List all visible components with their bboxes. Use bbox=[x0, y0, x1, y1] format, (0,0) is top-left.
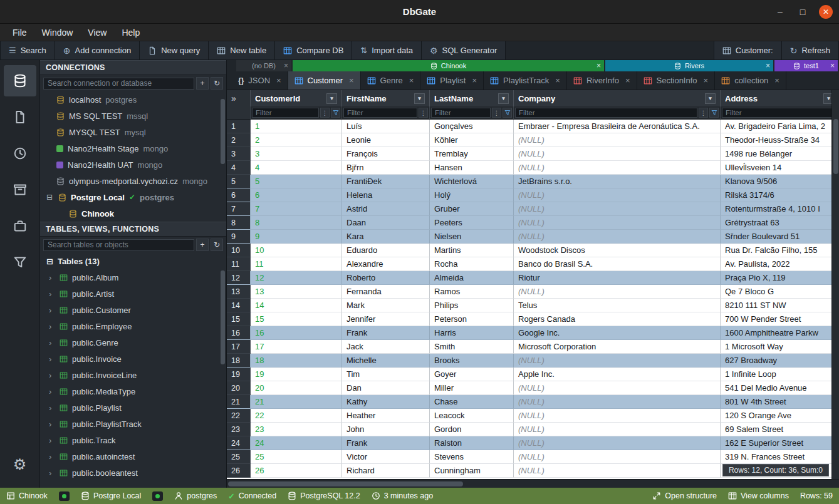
grid-cell[interactable]: Klanova 9/506 bbox=[721, 175, 839, 188]
connection-item-nano2health-uat[interactable]: Nano2Health UATmongo bbox=[40, 157, 226, 173]
column-dropdown-button[interactable]: ▾ bbox=[414, 93, 425, 104]
row-number-cell[interactable]: 24 bbox=[227, 436, 251, 450]
grid-cell[interactable]: Heather bbox=[342, 409, 430, 423]
chevron-right-icon[interactable]: › bbox=[49, 306, 55, 315]
grid-cell[interactable]: Av. Brigadeiro Faria Lima, 2 bbox=[721, 120, 839, 133]
table-item-public-album[interactable]: ›public.Album bbox=[40, 269, 226, 285]
tab-sectioninfo[interactable]: SectionInfo× bbox=[637, 71, 716, 90]
row-number-cell[interactable]: 8 bbox=[227, 216, 251, 230]
table-item-public-playlist[interactable]: ›public.Playlist bbox=[40, 399, 226, 416]
connection-item-postgre-local[interactable]: ⊟Postgre Local✓postgres bbox=[40, 189, 226, 205]
grid-cell[interactable]: 23 bbox=[251, 423, 342, 436]
grid-horizontal-scrollbar[interactable] bbox=[227, 479, 839, 488]
row-number-cell[interactable]: 16 bbox=[227, 326, 251, 340]
grid-cell[interactable]: Theodor-Heuss-Straße 34 bbox=[721, 133, 839, 147]
row-number-cell[interactable]: 15 bbox=[227, 312, 251, 326]
grid-cell[interactable]: 801 W 4th Street bbox=[721, 395, 839, 409]
grid-cell[interactable]: Mark bbox=[342, 299, 430, 312]
filter-menu-button[interactable]: ⋮ bbox=[492, 108, 501, 118]
grid-cell[interactable]: Frank bbox=[342, 436, 430, 450]
grid-cell[interactable]: 19 bbox=[251, 368, 342, 381]
toolbar-button-import-data[interactable]: ⇅Import data bbox=[352, 41, 422, 59]
row-number-cell[interactable]: 17 bbox=[227, 340, 251, 354]
filter-input-lastname[interactable] bbox=[431, 108, 491, 118]
status-open-structure[interactable]: Open structure bbox=[652, 491, 717, 500]
close-icon[interactable]: × bbox=[284, 61, 288, 70]
grid-cell[interactable]: 1 bbox=[251, 120, 342, 133]
database-item-chinook[interactable]: Chinook bbox=[40, 205, 226, 222]
grid-cell[interactable]: Richard bbox=[342, 464, 430, 478]
filter-input-firstname[interactable] bbox=[343, 108, 417, 118]
table-item-public-invoiceline[interactable]: ›public.InvoiceLine bbox=[40, 367, 226, 383]
grid-cell[interactable]: Alexandre bbox=[342, 257, 430, 271]
tab-playlist[interactable]: Playlist× bbox=[420, 71, 484, 90]
grid-cell[interactable]: 9 bbox=[251, 230, 342, 244]
grid-cell[interactable]: Frank bbox=[342, 326, 430, 340]
database-tab-group-chinook[interactable]: Chinook× bbox=[293, 60, 604, 71]
row-number-cell[interactable]: 11 bbox=[227, 257, 251, 271]
toolbar-button-search[interactable]: ☰Search bbox=[0, 41, 55, 59]
filter-menu-button[interactable]: ⋮ bbox=[320, 108, 330, 118]
grid-cell[interactable]: Stevens bbox=[430, 450, 514, 464]
grid-cell[interactable]: Rogers Canada bbox=[514, 312, 721, 326]
grid-cell[interactable]: Daan bbox=[342, 216, 430, 230]
grid-cell[interactable]: 3 bbox=[251, 147, 342, 161]
grid-cell[interactable]: 541 Del Medio Avenue bbox=[721, 381, 839, 395]
close-button[interactable]: ✕ bbox=[819, 5, 833, 19]
grid-cell[interactable]: John bbox=[342, 423, 430, 436]
chevron-right-icon[interactable]: › bbox=[49, 273, 55, 282]
menubar-item-view[interactable]: View bbox=[81, 26, 113, 39]
grid-cell[interactable]: Wichterlová bbox=[430, 175, 514, 188]
filter-input-address[interactable] bbox=[722, 108, 837, 118]
files-icon[interactable] bbox=[4, 101, 36, 133]
row-number-cell[interactable]: 6 bbox=[227, 188, 251, 202]
grid-cell[interactable]: Cunningham bbox=[430, 464, 514, 478]
grid-cell[interactable]: 18 bbox=[251, 354, 342, 368]
filter-icon[interactable] bbox=[4, 247, 36, 278]
grid-cell[interactable]: Luís bbox=[342, 120, 430, 133]
grid-cell[interactable]: Woodstock Discos bbox=[514, 244, 721, 257]
grid-cell[interactable]: Harris bbox=[430, 326, 514, 340]
row-number-cell[interactable]: 25 bbox=[227, 450, 251, 464]
row-number-cell[interactable]: 19 bbox=[227, 368, 251, 381]
connections-scrollbar[interactable] bbox=[221, 99, 225, 164]
menubar-item-window[interactable]: Window bbox=[36, 26, 80, 39]
column-header-lastname[interactable]: LastName▾ bbox=[430, 90, 514, 106]
connection-item-olympus-medportal-vychozi-cz[interactable]: olympus-medportal.vychozi.czmongo bbox=[40, 173, 226, 189]
row-number-cell[interactable]: 26 bbox=[227, 464, 251, 478]
chevron-right-icon[interactable]: › bbox=[49, 419, 55, 429]
add-connection-plus-button[interactable]: + bbox=[196, 77, 209, 90]
grid-cell[interactable]: Roberto bbox=[342, 271, 430, 285]
close-icon[interactable]: × bbox=[597, 61, 601, 70]
close-icon[interactable]: × bbox=[276, 76, 281, 85]
close-icon[interactable]: × bbox=[830, 61, 835, 70]
menubar-item-file[interactable]: File bbox=[6, 26, 33, 39]
grid-cell[interactable]: Praça Pio X, 119 bbox=[721, 271, 839, 285]
grid-cell[interactable]: 1 Microsoft Way bbox=[721, 340, 839, 354]
toolbar-button-compare-db[interactable]: Compare DB bbox=[275, 41, 352, 59]
row-number-cell[interactable]: 3 bbox=[227, 147, 251, 161]
connection-item-localhost[interactable]: localhostpostgres bbox=[40, 91, 226, 108]
status-view-columns[interactable]: View columns bbox=[728, 491, 789, 500]
grid-cell[interactable]: 8210 111 ST NW bbox=[721, 299, 839, 312]
row-number-cell[interactable]: 22 bbox=[227, 409, 251, 423]
grid-cell[interactable]: 1 Infinite Loop bbox=[721, 368, 839, 381]
grid-cell[interactable]: Rocha bbox=[430, 257, 514, 271]
toolbar-button-add-connection[interactable]: ⊕Add connection bbox=[55, 41, 140, 59]
close-icon[interactable]: × bbox=[472, 76, 477, 85]
tables-search-input[interactable] bbox=[43, 239, 194, 251]
grid-cell[interactable]: 11 bbox=[251, 257, 342, 271]
grid-cell[interactable]: 15 bbox=[251, 312, 342, 326]
row-number-cell[interactable]: 1 bbox=[227, 120, 251, 133]
connection-item-mysql-test[interactable]: MYSQL TESTmysql bbox=[40, 124, 226, 140]
table-item-public-playlisttrack[interactable]: ›public.PlaylistTrack bbox=[40, 416, 226, 432]
table-item-public-customer[interactable]: ›public.Customer bbox=[40, 302, 226, 318]
grid-cell[interactable]: Astrid bbox=[342, 202, 430, 216]
column-header-company[interactable]: Company▾ bbox=[514, 90, 721, 106]
grid-cell[interactable]: Holý bbox=[430, 188, 514, 202]
grid-cell[interactable]: (NULL) bbox=[514, 450, 721, 464]
row-number-cell[interactable]: 12 bbox=[227, 271, 251, 285]
grid-cell[interactable]: (NULL) bbox=[514, 188, 721, 202]
maximize-button[interactable]: □ bbox=[796, 7, 809, 17]
grid-corner-button[interactable]: » bbox=[227, 90, 251, 106]
